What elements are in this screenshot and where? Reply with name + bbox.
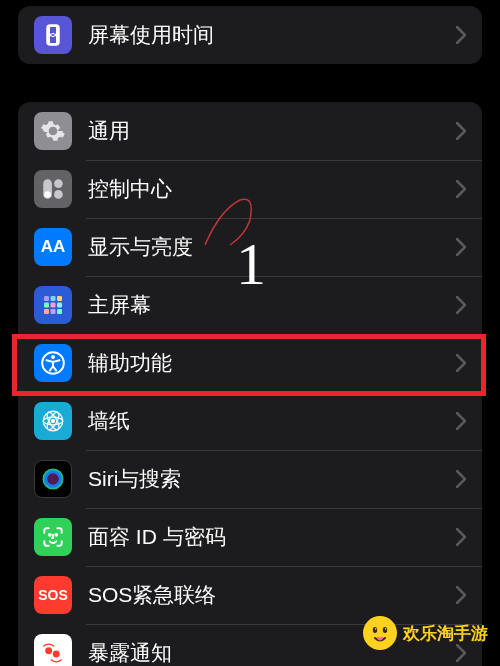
row-home-screen[interactable]: 主屏幕 [18,276,482,334]
watermark: 欢乐淘手游 [363,616,488,650]
svg-point-22 [47,473,59,485]
chevron-right-icon [456,122,466,140]
svg-rect-5 [44,296,49,301]
svg-point-4 [54,190,63,199]
svg-point-31 [385,628,386,629]
row-label: 主屏幕 [88,291,448,319]
svg-point-30 [375,628,376,629]
svg-point-2 [44,191,51,198]
svg-rect-9 [51,303,56,308]
screen-time-icon [34,16,72,54]
row-label: 辅助功能 [88,349,448,377]
row-display-brightness[interactable]: AA 显示与亮度 [18,218,482,276]
svg-rect-13 [57,309,62,314]
exposure-icon [34,634,72,666]
svg-point-29 [383,627,387,633]
chevron-right-icon [456,528,466,546]
chevron-right-icon [456,470,466,488]
svg-rect-7 [57,296,62,301]
chevron-right-icon [456,26,466,44]
settings-section-1: 屏幕使用时间 [18,6,482,64]
svg-point-17 [51,419,55,423]
chevron-right-icon [456,412,466,430]
svg-point-26 [53,651,60,658]
face-id-icon [34,518,72,556]
row-wallpaper[interactable]: 墙纸 [18,392,482,450]
settings-section-2: 通用 控制中心 AA 显示与亮度 [18,102,482,666]
control-center-icon [34,170,72,208]
svg-point-28 [373,627,377,633]
svg-point-25 [45,647,52,654]
chevron-right-icon [456,586,466,604]
svg-point-24 [55,534,57,536]
row-screen-time[interactable]: 屏幕使用时间 [18,6,482,64]
watermark-text: 欢乐淘手游 [403,622,488,645]
chevron-right-icon [456,296,466,314]
row-label: SOS紧急联络 [88,581,448,609]
accessibility-icon [34,344,72,382]
row-siri-search[interactable]: Siri与搜索 [18,450,482,508]
gear-icon [34,112,72,150]
svg-rect-12 [51,309,56,314]
row-label: 屏幕使用时间 [88,21,448,49]
watermark-face-icon [363,616,397,650]
siri-icon [34,460,72,498]
row-label: 墙纸 [88,407,448,435]
svg-rect-8 [44,303,49,308]
chevron-right-icon [456,354,466,372]
svg-point-23 [49,534,51,536]
home-screen-icon [34,286,72,324]
row-face-id[interactable]: 面容 ID 与密码 [18,508,482,566]
sos-icon: SOS [34,576,72,614]
sos-text: SOS [38,587,68,603]
row-label: 通用 [88,117,448,145]
row-label: 显示与亮度 [88,233,448,261]
svg-point-15 [51,355,55,359]
row-general[interactable]: 通用 [18,102,482,160]
row-label: 控制中心 [88,175,448,203]
chevron-right-icon [456,180,466,198]
wallpaper-icon [34,402,72,440]
svg-rect-6 [51,296,56,301]
row-accessibility[interactable]: 辅助功能 [18,334,482,392]
display-brightness-icon: AA [34,228,72,266]
row-label: Siri与搜索 [88,465,448,493]
row-control-center[interactable]: 控制中心 [18,160,482,218]
chevron-right-icon [456,238,466,256]
svg-rect-10 [57,303,62,308]
svg-point-3 [54,179,63,188]
row-label: 面容 ID 与密码 [88,523,448,551]
svg-point-27 [366,619,394,647]
svg-rect-11 [44,309,49,314]
